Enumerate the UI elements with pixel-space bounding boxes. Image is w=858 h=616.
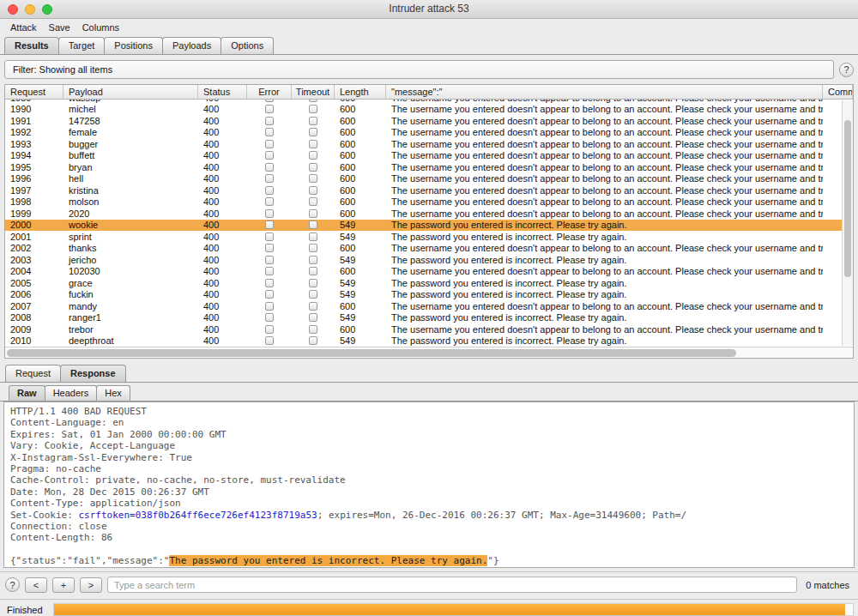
column-header-error[interactable]: Error	[247, 85, 292, 99]
table-row[interactable]: 1997kristina400600The username you enter…	[5, 184, 853, 196]
vertical-scrollbar-thumb[interactable]	[844, 120, 851, 277]
tab-raw[interactable]: Raw	[9, 385, 45, 401]
error-checkbox[interactable]	[265, 105, 274, 113]
timeout-checkbox[interactable]	[309, 151, 317, 160]
timeout-checkbox[interactable]	[309, 220, 317, 229]
timeout-checkbox[interactable]	[309, 163, 317, 172]
timeout-checkbox[interactable]	[309, 209, 317, 218]
error-checkbox[interactable]	[265, 220, 274, 229]
tab-hex[interactable]: Hex	[96, 385, 130, 401]
table-row[interactable]: 2009trebor400600The username you entered…	[5, 323, 853, 335]
tab-options[interactable]: Options	[221, 37, 274, 54]
timeout-checkbox[interactable]	[309, 302, 317, 311]
error-checkbox[interactable]	[265, 336, 274, 345]
error-checkbox[interactable]	[265, 279, 274, 287]
menu-columns[interactable]: Columns	[77, 21, 124, 33]
table-row[interactable]: 2005grace400549The password you entered …	[5, 277, 853, 289]
horizontal-scrollbar[interactable]	[5, 347, 853, 358]
column-header-length[interactable]: Length	[335, 85, 386, 99]
error-checkbox[interactable]	[265, 100, 274, 102]
error-checkbox[interactable]	[265, 209, 274, 218]
vertical-scrollbar[interactable]	[842, 100, 853, 346]
timeout-checkbox[interactable]	[309, 105, 317, 113]
tab-payloads[interactable]: Payloads	[162, 37, 221, 54]
response-raw-text[interactable]: HTTP/1.1 400 BAD REQUESTContent-Language…	[3, 402, 855, 568]
error-checkbox[interactable]	[265, 313, 274, 322]
table-row[interactable]: 1994buffett400600The username you entere…	[5, 150, 853, 162]
menu-attack[interactable]: Attack	[5, 21, 42, 33]
table-row[interactable]: 2007mandy400600The username you entered …	[5, 300, 853, 312]
table-row[interactable]: 2003jericho400549The password you entere…	[5, 254, 853, 266]
timeout-checkbox[interactable]	[309, 279, 317, 287]
table-row[interactable]: 19992020400600The username you entered d…	[5, 208, 853, 220]
tab-response[interactable]: Response	[60, 365, 126, 382]
previous-match-button[interactable]: <	[25, 577, 47, 593]
error-checkbox[interactable]	[265, 197, 274, 206]
filter-bar[interactable]: Filter: Showing all items	[4, 60, 834, 79]
filter-help-button[interactable]: ?	[839, 63, 854, 77]
error-checkbox[interactable]	[265, 233, 274, 241]
table-row[interactable]: 2008ranger1400549The password you entere…	[5, 312, 853, 324]
table-row[interactable]: 2000wookie400549The password you entered…	[5, 220, 853, 232]
tab-results[interactable]: Results	[4, 37, 59, 54]
timeout-checkbox[interactable]	[309, 186, 317, 195]
table-row[interactable]: 2004102030400600The username you entered…	[5, 266, 853, 278]
tab-positions[interactable]: Positions	[104, 37, 163, 54]
error-checkbox[interactable]	[265, 117, 274, 125]
timeout-checkbox[interactable]	[309, 256, 317, 264]
timeout-checkbox[interactable]	[309, 233, 317, 241]
error-checkbox[interactable]	[265, 325, 274, 334]
error-checkbox[interactable]	[265, 174, 274, 183]
table-row[interactable]: 1991147258400600The username you entered…	[5, 115, 853, 127]
error-checkbox[interactable]	[265, 163, 274, 172]
error-checkbox[interactable]	[265, 151, 274, 160]
timeout-checkbox[interactable]	[309, 197, 317, 206]
search-input[interactable]	[107, 577, 797, 593]
timeout-checkbox[interactable]	[309, 244, 317, 252]
error-checkbox[interactable]	[265, 140, 274, 148]
column-header-status[interactable]: Status	[198, 85, 247, 99]
error-checkbox[interactable]	[265, 267, 274, 275]
timeout-checkbox[interactable]	[309, 313, 317, 322]
table-row[interactable]: 1998molson400600The username you entered…	[5, 196, 853, 208]
timeout-checkbox[interactable]	[309, 336, 317, 345]
error-checkbox[interactable]	[265, 128, 274, 136]
tab-target[interactable]: Target	[58, 37, 106, 54]
tab-request[interactable]: Request	[5, 365, 61, 382]
next-match-button[interactable]: >	[80, 577, 102, 593]
timeout-checkbox[interactable]	[309, 117, 317, 125]
table-row[interactable]: 1995bryan400600The username you entered …	[5, 161, 853, 173]
tab-headers[interactable]: Headers	[45, 385, 98, 401]
column-header-request[interactable]: Request	[5, 85, 63, 99]
search-help-button[interactable]: ?	[5, 577, 20, 592]
table-row[interactable]: 2006fuckin400549The password you entered…	[5, 289, 853, 301]
error-checkbox[interactable]	[265, 244, 274, 252]
close-window-button[interactable]	[8, 4, 18, 15]
table-row[interactable]: 2001sprint400549The password you entered…	[5, 231, 853, 243]
table-row[interactable]: 1996hell400600The username you entered d…	[5, 173, 853, 185]
timeout-checkbox[interactable]	[309, 267, 317, 275]
column-header-comment[interactable]: Comment	[823, 85, 853, 99]
timeout-checkbox[interactable]	[309, 290, 317, 299]
timeout-checkbox[interactable]	[309, 174, 317, 183]
table-row[interactable]: 1992female400600The username you entered…	[5, 127, 853, 139]
horizontal-scrollbar-thumb[interactable]	[7, 349, 736, 357]
timeout-checkbox[interactable]	[309, 325, 317, 334]
column-header-message[interactable]: "message":"	[386, 85, 823, 99]
table-row[interactable]: 1990michel400600The username you entered…	[5, 104, 853, 116]
table-row[interactable]: 2010deepthroat400549The password you ent…	[5, 335, 853, 347]
zoom-window-button[interactable]	[42, 4, 52, 15]
timeout-checkbox[interactable]	[309, 140, 317, 148]
error-checkbox[interactable]	[265, 186, 274, 195]
timeout-checkbox[interactable]	[309, 100, 317, 102]
column-header-payload[interactable]: Payload	[63, 85, 198, 99]
timeout-checkbox[interactable]	[309, 128, 317, 136]
add-search-button[interactable]: +	[52, 577, 75, 593]
table-row[interactable]: 2002thanks400600The username you entered…	[5, 243, 853, 255]
error-checkbox[interactable]	[265, 302, 274, 311]
error-checkbox[interactable]	[265, 256, 274, 264]
minimize-window-button[interactable]	[25, 4, 35, 15]
error-checkbox[interactable]	[265, 290, 274, 299]
table-row[interactable]: 1993bugger400600The username you entered…	[5, 138, 853, 150]
column-header-timeout[interactable]: Timeout	[292, 85, 335, 99]
